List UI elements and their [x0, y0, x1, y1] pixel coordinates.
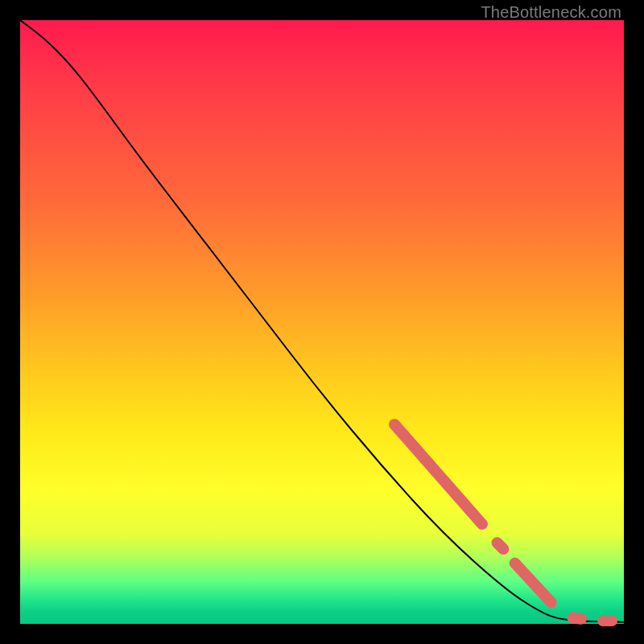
bottleneck-curve — [20, 20, 624, 622]
curve-svg — [20, 20, 624, 624]
chart-stage: TheBottleneck.com — [0, 0, 644, 644]
plot-area — [20, 20, 624, 624]
attribution-label: TheBottleneck.com — [481, 3, 621, 22]
